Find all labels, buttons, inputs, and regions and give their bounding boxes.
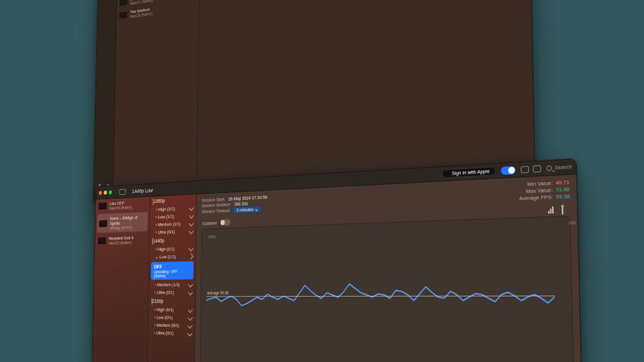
add-remove-controls[interactable]: + − (98, 180, 111, 189)
minimize-icon[interactable] (103, 190, 106, 195)
preset-selected[interactable]: OFF Upscaling: OFF (Native) (150, 261, 193, 280)
timeout-select[interactable]: 3 minutes (233, 206, 261, 214)
chevron-down-icon (187, 314, 192, 321)
toolbar-toggle[interactable] (501, 165, 515, 174)
session-start: Session Start: 26 May 2024 17:34:56 (201, 194, 267, 203)
search-placeholder: Search (554, 163, 572, 171)
editable-label: Editable (202, 220, 216, 226)
chevron-down-icon (152, 238, 153, 244)
preset-row[interactable]: › Ultra (0/1) (148, 288, 195, 297)
window-title: 1440p Low (132, 187, 153, 194)
stats-panel: Session Start: 26 May 2024 17:34:56 Sess… (194, 174, 582, 362)
preset-group[interactable]: 2160p (148, 296, 195, 305)
main-window: 1440p Low Sign in with Apple Search Lies… (91, 158, 583, 362)
close-icon[interactable] (99, 190, 102, 195)
preset-row[interactable]: › Medium (0/1) (148, 321, 194, 329)
chevron-down-icon (151, 298, 152, 304)
chevron-down-icon (189, 212, 194, 218)
chevron-down-icon (187, 307, 192, 313)
list-item[interactable]: The MediumMacOS (Native) (116, 0, 199, 23)
chevron-down-icon (188, 245, 193, 251)
preset-row[interactable]: › Medium (1/1) (148, 280, 195, 288)
fps-chart: FPS average 59.38 100 0 0 50 100 150 (199, 216, 574, 362)
chart-ylabel: FPS (209, 234, 216, 239)
game-item-selected[interactable]: Kena – Bridge of SpiritsWhisky (GPTK) (97, 212, 147, 233)
chevron-down-icon (187, 322, 192, 329)
session-duration: Session duration: 180.30s (201, 200, 267, 209)
back-status-text: Successfully logged in: Owner (116, 191, 166, 199)
thumbnail (119, 11, 127, 19)
list-item[interactable]: Death StrandingMacOS (Native) (116, 0, 199, 9)
preset-row[interactable]: › Medium (1/1) (150, 219, 196, 229)
chevron-down-icon (187, 289, 192, 295)
chevron-down-icon (189, 221, 194, 226)
preset-row[interactable]: › Low (0/1) (148, 314, 194, 322)
preset-row[interactable]: › High (1/1) (149, 244, 196, 253)
game-item[interactable]: Lies Of PMacOS (Native) (96, 197, 150, 213)
editable-toggle[interactable] (219, 219, 230, 226)
chevron-down-icon (189, 205, 194, 211)
thumbnail (119, 0, 127, 6)
preset-row[interactable]: › High (1/1) (150, 204, 196, 214)
chevron-down-icon (189, 228, 194, 234)
game-item[interactable]: Resident Evil 4MacOS (Native) (95, 232, 149, 248)
chart-series (205, 222, 556, 362)
traffic-lights[interactable] (99, 190, 112, 195)
zoom-icon[interactable] (108, 190, 111, 195)
inspector-icon[interactable] (532, 165, 540, 172)
games-sidebar: Lies Of PMacOS (Native) Kena – Bridge of… (91, 197, 150, 362)
back-window-sidebar (93, 0, 117, 204)
thumbnail (97, 237, 106, 244)
search-icon (546, 165, 552, 170)
back-games-list: Death StrandingMacOS (Native) The Medium… (113, 0, 199, 190)
preset-row[interactable]: › Ultra (0/1) (148, 329, 194, 337)
bar-chart-icon[interactable] (548, 206, 555, 214)
layout-icon[interactable] (520, 165, 528, 173)
preset-group[interactable]: 1440p (149, 234, 196, 245)
average-label: average 59.38 (207, 290, 228, 295)
chevron-down-icon (188, 253, 193, 259)
preset-row[interactable]: ⌄ Low (1/1) (149, 252, 196, 261)
preset-row[interactable]: › High (0/1) (148, 305, 195, 314)
session-timeout: Session Timeout 3 minutes (201, 206, 267, 215)
presets-sidebar: 1080p › High (1/1) › Low (1/1) › Medium … (147, 194, 196, 362)
chevron-updown-icon (255, 207, 257, 211)
chart-ytick: 100 (568, 221, 575, 225)
sidebar-toggle-icon[interactable] (119, 189, 125, 195)
preset-group[interactable]: 1080p (150, 194, 196, 206)
thumbnail (98, 202, 106, 209)
preset-row[interactable]: › Low (1/1) (150, 211, 196, 221)
chevron-down-icon (187, 331, 192, 337)
preset-row[interactable]: › Ultra (0/1) (150, 227, 196, 236)
search-field[interactable]: Search (546, 163, 572, 171)
trash-icon[interactable] (562, 206, 569, 213)
sign-in-button[interactable]: Sign in with Apple (442, 167, 496, 178)
chevron-down-icon (153, 198, 153, 204)
summary-readout: Min Value: 49.71 Max Value: 71.86 Averag… (519, 179, 570, 202)
thumbnail (99, 219, 107, 226)
chevron-down-icon (188, 282, 193, 287)
